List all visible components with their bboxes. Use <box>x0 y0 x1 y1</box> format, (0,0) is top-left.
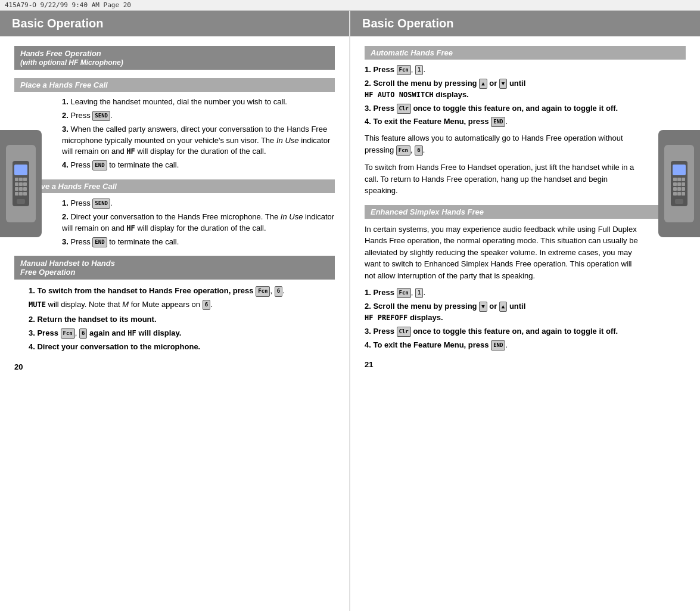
one-button-img2: 1 <box>415 288 423 298</box>
svg-rect-29 <box>675 199 683 204</box>
list-item: 3. Press Clr once to toggle this feature… <box>365 103 638 114</box>
receive-call-list: 1. Press SEND. 2. Direct your conversati… <box>62 198 335 247</box>
six-button-img2: 6 <box>203 300 210 310</box>
manual-handset-steps: 1. To switch from the handset to Hands F… <box>14 286 335 352</box>
list-item: MUTE will display. Note that M for Mute … <box>29 299 335 311</box>
hands-free-title-box: Hands Free Operation (with optional HF M… <box>14 46 335 70</box>
right-phone-image <box>664 145 694 222</box>
svg-rect-26 <box>673 192 677 196</box>
place-call-section: Place a Hands Free Call 1. Leaving the h… <box>14 78 335 171</box>
auto-hands-free-list: 1. Press Fcn, 1. 2. Scroll the menu by p… <box>365 64 638 128</box>
enhanced-simplex-title: Enhanced Simplex Hands Free <box>365 205 686 219</box>
list-item: 1. To switch from the handset to Hands F… <box>29 286 335 297</box>
svg-rect-2 <box>15 178 18 181</box>
manual-handset-title: Manual Handset to HandsFree Operation <box>14 256 335 280</box>
left-page-number: 20 <box>14 362 335 371</box>
right-page-content: Automatic Hands Free 1. Press Fcn, 1. 2.… <box>350 46 700 381</box>
list-item: 1. Leaving the handset mounted, dial the… <box>62 97 335 108</box>
left-page-header: Basic Operation <box>0 11 349 36</box>
svg-rect-21 <box>677 182 681 186</box>
list-item: 2. Return the handset to its mount. <box>29 314 335 325</box>
list-item: 1. Press Fcn, 1. <box>365 287 638 299</box>
up-button-img2: ▲ <box>499 302 507 312</box>
fcn-button-img-r2: Fcn <box>397 288 411 298</box>
enhanced-simplex-content: In certain systems, you may experience a… <box>365 224 686 351</box>
svg-rect-19 <box>682 178 685 181</box>
list-item: 3. Press END to terminate the call. <box>62 237 335 248</box>
right-page-number: 21 <box>365 360 686 369</box>
send-button-img2: SEND <box>92 199 110 209</box>
svg-rect-11 <box>15 192 18 196</box>
svg-rect-7 <box>23 182 27 186</box>
svg-rect-25 <box>682 187 685 191</box>
list-item: 4. To exit the Feature Menu, press END. <box>365 116 638 128</box>
end-button-img-r2: END <box>491 340 505 351</box>
svg-rect-5 <box>15 182 18 186</box>
svg-rect-10 <box>23 187 27 191</box>
fcn-btn-inline: Fcn <box>396 145 410 156</box>
manual-handset-section: Manual Handset to HandsFree Operation 1.… <box>14 256 335 352</box>
clr-button-img: Clr <box>397 104 411 114</box>
six-button-img3: 6 <box>79 328 87 339</box>
list-item: 1. Press Fcn, 1. <box>365 64 638 76</box>
svg-rect-8 <box>15 187 18 191</box>
svg-rect-24 <box>677 187 681 191</box>
list-item: 4. To exit the Feature Menu, press END. <box>365 340 638 351</box>
place-call-steps: 1. Leaving the handset mounted, dial the… <box>14 97 335 171</box>
right-page: Basic Operation <box>350 11 700 611</box>
list-item: 3. Press Clr once to toggle this feature… <box>365 326 638 337</box>
svg-rect-13 <box>23 192 27 196</box>
svg-rect-4 <box>23 178 27 181</box>
svg-rect-28 <box>682 192 685 196</box>
list-item: 2. Scroll the menu by pressing ▲ or ▼ un… <box>365 78 638 101</box>
svg-rect-20 <box>673 182 677 186</box>
end-button-img-r: END <box>491 117 505 127</box>
send-button-img: SEND <box>92 111 110 121</box>
enhanced-simplex-list: 1. Press Fcn, 1. 2. Scroll the menu by p… <box>365 287 638 351</box>
auto-hands-free-title: Automatic Hands Free <box>365 46 686 60</box>
auto-hands-free-steps: 1. Press Fcn, 1. 2. Scroll the menu by p… <box>365 64 686 197</box>
list-item: 3. When the called party answers, direct… <box>62 124 335 158</box>
list-item: 3. Press Fcn, 6 again and HF will displa… <box>29 328 335 339</box>
svg-rect-17 <box>673 178 677 181</box>
place-call-list: 1. Leaving the handset mounted, dial the… <box>62 97 335 171</box>
auto-hands-free-para2: To switch from Hands Free to Handset ope… <box>365 162 638 197</box>
clr-button-img2: Clr <box>397 327 411 337</box>
svg-rect-18 <box>677 178 681 181</box>
svg-rect-1 <box>14 165 27 175</box>
enhanced-simplex-para: In certain systems, you may experience a… <box>365 224 638 282</box>
receive-call-steps: 1. Press SEND. 2. Direct your conversati… <box>14 198 335 247</box>
one-button-img: 1 <box>415 65 423 75</box>
end-button-img: END <box>92 160 107 170</box>
auto-hands-free-para1: This feature allows you to automatically… <box>365 132 638 156</box>
top-bar-text: 415A79-O 9/22/99 9:40 AM Page 20 <box>5 1 131 9</box>
enhanced-simplex-section: Enhanced Simplex Hands Free In certain s… <box>365 205 686 351</box>
phone-svg <box>10 160 32 207</box>
receive-call-section: Receive a Hands Free Call 1. Press SEND.… <box>14 179 335 247</box>
fcn-button-img: Fcn <box>256 286 270 296</box>
hands-free-section: Hands Free Operation (with optional HF M… <box>14 46 335 70</box>
dn-button-img2: ▼ <box>479 302 487 312</box>
right-side-image <box>658 130 700 237</box>
end-button-img2: END <box>92 237 107 247</box>
svg-rect-3 <box>19 178 23 181</box>
svg-rect-23 <box>673 187 677 191</box>
phone-svg-right <box>668 160 690 207</box>
svg-rect-12 <box>19 192 23 196</box>
up-button-img: ▲ <box>479 79 487 89</box>
svg-rect-16 <box>673 165 686 175</box>
svg-rect-14 <box>17 199 25 204</box>
svg-rect-9 <box>19 187 23 191</box>
list-item: 2. Press SEND. <box>62 110 335 122</box>
list-item: 4. Direct your conversation to the micro… <box>29 342 335 353</box>
six-button-img: 6 <box>275 286 282 296</box>
manual-handset-list: 1. To switch from the handset to Hands F… <box>29 286 335 352</box>
page-container: Basic Operation <box>0 11 700 611</box>
svg-rect-6 <box>19 182 23 186</box>
list-item: 2. Scroll the menu by pressing ▼ or ▲ un… <box>365 301 638 324</box>
place-call-title: Place a Hands Free Call <box>14 78 335 92</box>
list-item: 1. Press SEND. <box>62 198 335 209</box>
auto-hands-free-section: Automatic Hands Free 1. Press Fcn, 1. 2.… <box>365 46 686 197</box>
dn-button-img: ▼ <box>499 79 507 89</box>
svg-rect-27 <box>677 192 681 196</box>
